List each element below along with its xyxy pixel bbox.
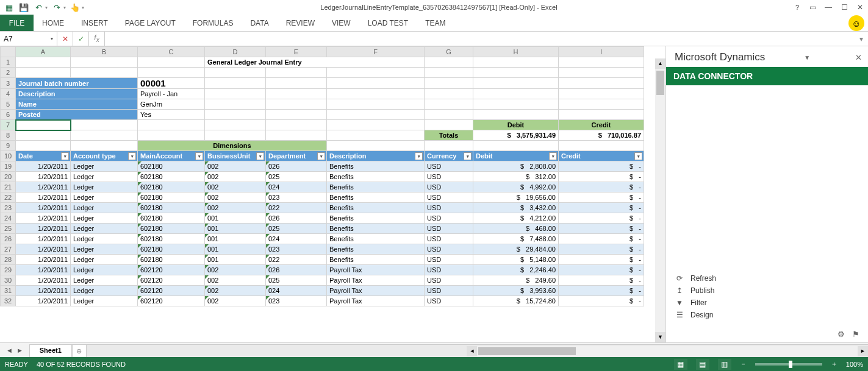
cell-currency[interactable]: USD: [425, 213, 473, 224]
cell-description[interactable]: Benefits: [327, 234, 425, 244]
cell[interactable]: [327, 141, 425, 151]
ribbon-tab-data[interactable]: DATA: [242, 15, 277, 31]
col-header-D[interactable]: D: [205, 47, 266, 57]
table-header-credit[interactable]: Credit▾: [559, 151, 644, 161]
cell-credit[interactable]: $ -: [559, 213, 644, 224]
cell-business-unit[interactable]: 002: [205, 286, 266, 296]
cell-credit[interactable]: $ -: [559, 172, 644, 182]
touch-mode-icon[interactable]: 👆: [70, 2, 81, 13]
cell[interactable]: [205, 130, 266, 141]
cell[interactable]: [266, 130, 327, 141]
normal-view-icon[interactable]: ▦: [674, 359, 687, 370]
cell[interactable]: [559, 57, 644, 68]
cell[interactable]: [327, 120, 425, 130]
header-label[interactable]: Posted: [16, 110, 138, 120]
col-header-F[interactable]: F: [327, 47, 425, 57]
name-box[interactable]: A7 ▾: [0, 32, 57, 46]
ribbon-tab-load-test[interactable]: LOAD TEST: [359, 15, 417, 31]
filter-dropdown-icon[interactable]: ▾: [464, 152, 472, 160]
scroll-up-icon[interactable]: ▲: [655, 58, 665, 69]
row-header-31[interactable]: 31: [1, 286, 16, 296]
col-header-G[interactable]: G: [425, 47, 473, 57]
cell[interactable]: [425, 57, 473, 68]
cell-currency[interactable]: USD: [425, 193, 473, 203]
cell[interactable]: [473, 141, 559, 151]
cell-debit[interactable]: $ 2,808.00: [473, 161, 559, 172]
cell[interactable]: [425, 110, 473, 120]
cell-date[interactable]: 1/20/2011: [16, 213, 71, 224]
zoom-value[interactable]: 100%: [846, 361, 863, 368]
sheet-nav-first-icon[interactable]: ◄: [6, 347, 13, 354]
cell-credit[interactable]: $ -: [559, 275, 644, 286]
cell-currency[interactable]: USD: [425, 172, 473, 182]
cell-description[interactable]: Benefits: [327, 193, 425, 203]
cell-description[interactable]: Benefits: [327, 224, 425, 234]
cell-department[interactable]: 025: [266, 172, 327, 182]
cell-department[interactable]: 022: [266, 255, 327, 265]
filter-dropdown-icon[interactable]: ▾: [256, 152, 264, 160]
cell[interactable]: [71, 57, 138, 68]
taskpane-menu-icon[interactable]: ▼: [804, 54, 810, 61]
cell-account-type[interactable]: Ledger: [71, 161, 138, 172]
cell-credit[interactable]: $ -: [559, 182, 644, 193]
table-header-description[interactable]: Description▾: [327, 151, 425, 161]
cell-currency[interactable]: USD: [425, 275, 473, 286]
cell[interactable]: [266, 68, 327, 78]
cell-debit[interactable]: $ 4,992.00: [473, 182, 559, 193]
cell-date[interactable]: 1/20/2011: [16, 161, 71, 172]
cell-account-type[interactable]: Ledger: [71, 182, 138, 193]
header-label[interactable]: Journal batch number: [16, 78, 138, 89]
cell-date[interactable]: 1/20/2011: [16, 234, 71, 244]
table-header-account type[interactable]: Account type▾: [71, 151, 138, 161]
cell-business-unit[interactable]: 001: [205, 244, 266, 255]
cell-currency[interactable]: USD: [425, 203, 473, 213]
cell-main-account[interactable]: 602180: [138, 172, 205, 182]
cell-date[interactable]: 1/20/2011: [16, 255, 71, 265]
horizontal-scrollbar[interactable]: ◄ ►: [87, 345, 868, 357]
undo-dropdown-icon[interactable]: ▾: [45, 5, 48, 10]
help-icon[interactable]: ?: [790, 4, 805, 11]
cell-debit[interactable]: $ 3,993.60: [473, 286, 559, 296]
sheet-tab-active[interactable]: Sheet1: [29, 344, 72, 357]
cell-account-type[interactable]: Ledger: [71, 275, 138, 286]
sheet-title[interactable]: General Ledger Journal Entry: [205, 57, 425, 68]
row-header-4[interactable]: 4: [1, 89, 16, 99]
row-header-27[interactable]: 27: [1, 244, 16, 255]
cell-credit[interactable]: $ -: [559, 234, 644, 244]
page-break-view-icon[interactable]: ▥: [718, 359, 731, 370]
cell[interactable]: [473, 89, 559, 99]
cell-main-account[interactable]: 602180: [138, 213, 205, 224]
cell-account-type[interactable]: Ledger: [71, 286, 138, 296]
row-header-21[interactable]: 21: [1, 182, 16, 193]
vertical-scroll-thumb[interactable]: [656, 71, 664, 95]
cell-account-type[interactable]: Ledger: [71, 296, 138, 306]
cell-currency[interactable]: USD: [425, 244, 473, 255]
cell[interactable]: [425, 68, 473, 78]
cell[interactable]: [425, 141, 473, 151]
row-header-26[interactable]: 26: [1, 234, 16, 244]
cell[interactable]: [425, 99, 473, 110]
filter-dropdown-icon[interactable]: ▾: [317, 152, 325, 160]
cell-debit[interactable]: $ 4,212.00: [473, 213, 559, 224]
cell-description[interactable]: Benefits: [327, 244, 425, 255]
cell-description[interactable]: Payroll Tax: [327, 296, 425, 306]
cell[interactable]: [559, 68, 644, 78]
cell[interactable]: [16, 68, 71, 78]
cell-account-type[interactable]: Ledger: [71, 265, 138, 275]
file-tab[interactable]: FILE: [0, 15, 34, 31]
row-header-23[interactable]: 23: [1, 203, 16, 213]
cell[interactable]: [16, 57, 71, 68]
cell-date[interactable]: 1/20/2011: [16, 172, 71, 182]
cell-business-unit[interactable]: 002: [205, 182, 266, 193]
cell[interactable]: [266, 110, 327, 120]
cell-account-type[interactable]: Ledger: [71, 172, 138, 182]
cell-description[interactable]: Benefits: [327, 161, 425, 172]
table-header-mainaccount[interactable]: MainAccount▾: [138, 151, 205, 161]
col-header-E[interactable]: E: [266, 47, 327, 57]
ribbon-options-icon[interactable]: ▭: [805, 1, 820, 14]
name-box-dropdown-icon[interactable]: ▾: [51, 36, 53, 41]
col-header-B[interactable]: B: [71, 47, 138, 57]
cell[interactable]: [425, 89, 473, 99]
cell-debit[interactable]: $ 5,148.00: [473, 255, 559, 265]
cell-main-account[interactable]: 602180: [138, 193, 205, 203]
